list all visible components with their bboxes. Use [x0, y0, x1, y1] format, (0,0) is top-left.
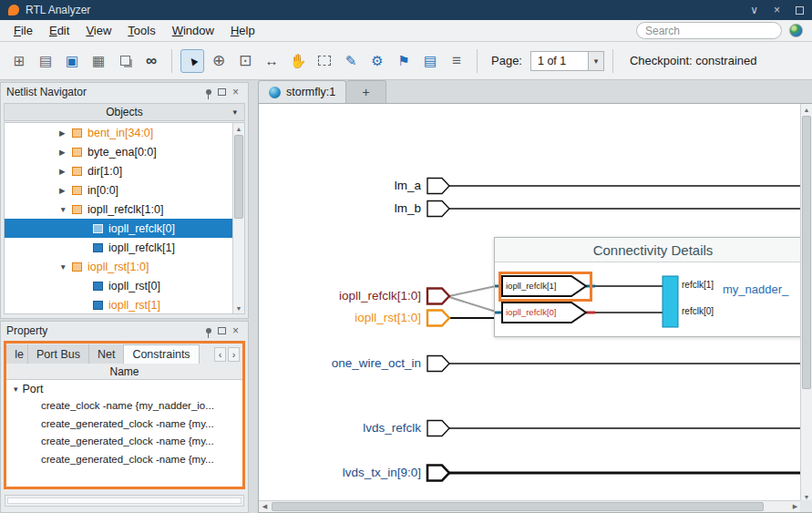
port-symbol-lvds-tx-in[interactable] — [427, 466, 449, 481]
port-symbol-lvds-refclk[interactable] — [427, 421, 449, 436]
scroll-down-icon[interactable]: ▼ — [233, 303, 244, 313]
export-image-icon[interactable]: ▤ — [34, 49, 57, 73]
instance-pin-block[interactable] — [663, 276, 678, 327]
expander-icon[interactable]: ▼ — [59, 262, 72, 272]
property-hscrollbar[interactable] — [5, 495, 244, 507]
constraint-row[interactable]: create_generated_clock -name {my... — [6, 416, 242, 434]
scrollbar-thumb[interactable] — [272, 502, 764, 511]
hierarchy-icon[interactable]: ≡ — [445, 49, 468, 73]
pin-icon[interactable] — [201, 86, 215, 99]
alerts-icon[interactable]: ⚑ — [392, 49, 416, 73]
tab-scroll-left-icon[interactable]: ‹ — [214, 347, 226, 362]
scroll-up-icon[interactable]: ▲ — [801, 104, 812, 115]
tree-item-in[interactable]: ▶ in[0:0] — [5, 180, 244, 200]
port-symbol-iopll-rst[interactable] — [427, 311, 449, 326]
rubber-band-icon[interactable] — [313, 49, 336, 73]
tree-item-iopll-refclk-0[interactable]: iopll_refclk[0] — [5, 219, 244, 238]
port-label-one-wire-oct-in[interactable]: one_wire_oct_in — [332, 355, 421, 372]
menu-file[interactable]: File — [5, 22, 41, 39]
group-caret-icon[interactable]: ▾ — [14, 385, 18, 394]
copy-icon[interactable] — [113, 49, 137, 73]
zoom-fit-icon[interactable]: ↔ — [260, 49, 283, 73]
tab-scroll-right-icon[interactable]: › — [228, 347, 240, 362]
pin-icon[interactable] — [201, 324, 215, 338]
expander-icon[interactable]: ▼ — [59, 205, 72, 214]
find-icon[interactable]: ∞ — [139, 49, 163, 73]
tab-net[interactable]: Net — [89, 344, 124, 364]
zoom-in-icon[interactable]: ⊕ — [207, 49, 231, 73]
close-icon[interactable]: × — [229, 324, 242, 338]
scroll-up-icon[interactable]: ▲ — [233, 123, 244, 134]
port-label-lm-a[interactable]: lm_a — [395, 178, 421, 194]
zoom-region-icon[interactable]: ⊡ — [233, 49, 257, 73]
port-symbol-iopll-refclk[interactable] — [427, 289, 449, 304]
new-tab-button[interactable]: + — [346, 80, 386, 103]
port-symbol-one-wire-oct-in[interactable] — [427, 356, 449, 372]
new-icon[interactable]: ⊞ — [7, 49, 31, 73]
port-symbol-lm-b[interactable] — [427, 201, 449, 217]
port-label-iopll-rst[interactable]: iopll_rst[1:0] — [355, 310, 421, 326]
wire-iopll-refclk-1 — [449, 286, 496, 296]
cursor-tool-icon[interactable]: ▲ — [180, 49, 204, 73]
tab-stormfly[interactable]: stormfly:1 — [258, 80, 346, 103]
pan-icon[interactable]: ✋ — [286, 49, 310, 73]
float-icon[interactable] — [215, 86, 229, 99]
tree-item-dir[interactable]: ▶ dir[1:0] — [5, 161, 244, 180]
page-combo-value[interactable]: 1 of 1 — [530, 51, 589, 71]
menu-tools[interactable]: Tools — [119, 22, 163, 39]
constraint-row[interactable]: create_generated_clock -name {my... — [6, 433, 242, 451]
image-capture-icon[interactable]: ▦ — [87, 49, 110, 73]
tab-constraints[interactable]: Constraints — [124, 344, 199, 364]
tree-scrollbar[interactable]: ▲ ▼ — [232, 123, 244, 313]
float-icon[interactable] — [215, 324, 229, 338]
tab-port-bus[interactable]: Port Bus — [28, 344, 89, 364]
expander-icon[interactable]: ▶ — [59, 167, 72, 176]
tree-item-iopll-rst-bus[interactable]: ▼ iopll_rst[1:0] — [5, 257, 244, 276]
scrollbar-thumb[interactable] — [802, 116, 811, 389]
page-combo[interactable]: 1 of 1 ▾ — [530, 51, 604, 71]
tree-item-iopll-rst-0[interactable]: iopll_rst[0] — [5, 276, 244, 295]
tree-item-iopll-refclk-bus[interactable]: ▼ iopll_refclk[1:0] — [5, 200, 244, 219]
menu-window[interactable]: Window — [164, 22, 222, 39]
expander-icon[interactable]: ▶ — [59, 128, 72, 138]
settings-gear-icon[interactable]: ⚙ — [365, 49, 389, 73]
port-label-lvds-tx-in[interactable]: lvds_tx_in[9:0] — [343, 465, 421, 481]
maximize-icon[interactable] — [796, 6, 804, 15]
tree-item-iopll-refclk-1[interactable]: iopll_refclk[1] — [5, 238, 244, 257]
constraint-row[interactable]: create_clock -name {my_nadder_io... — [6, 397, 242, 416]
minimize-icon[interactable]: ∨ — [750, 5, 758, 15]
tab-partial[interactable]: le — [6, 344, 28, 364]
port-symbol-lm-a[interactable] — [427, 179, 449, 194]
constraint-row[interactable]: create_generated_clock -name {my... — [6, 451, 242, 469]
close-icon[interactable]: × — [774, 5, 780, 15]
globe-icon[interactable] — [789, 24, 803, 37]
highlight-icon[interactable]: ✎ — [339, 49, 363, 73]
report-icon[interactable]: ▤ — [418, 49, 442, 73]
expander-icon[interactable]: ▶ — [59, 148, 72, 157]
expander-icon[interactable]: ▶ — [59, 186, 72, 195]
constraint-group-row[interactable]: ▾ Port — [6, 380, 242, 397]
instance-name-label[interactable]: my_nadder_ — [723, 282, 809, 296]
canvas-hscrollbar[interactable]: ◀ ▶ — [259, 500, 801, 512]
pin-label-refclk-1: refclk[1] — [682, 280, 714, 290]
tree-item-bent-in[interactable]: ▶ bent_in[34:0] — [5, 123, 244, 142]
objects-dropdown[interactable]: Objects ▾ — [4, 103, 245, 121]
tree-item-iopll-rst-1[interactable]: iopll_rst[1] — [5, 295, 244, 314]
scrollbar-thumb[interactable] — [7, 498, 242, 504]
scrollbar-thumb[interactable] — [234, 135, 243, 219]
menu-edit[interactable]: Edit — [41, 22, 77, 39]
port-label-lm-b[interactable]: lm_b — [395, 200, 421, 217]
select-region-icon[interactable]: ▣ — [60, 49, 84, 73]
port-label-lvds-refclk[interactable]: lvds_refclk — [363, 420, 421, 436]
menu-help[interactable]: Help — [222, 22, 263, 39]
scroll-left-icon[interactable]: ◀ — [259, 501, 271, 512]
canvas-vscrollbar[interactable]: ▲ ▼ — [800, 104, 812, 502]
port-label-iopll-refclk[interactable]: iopll_refclk[1:0] — [339, 288, 421, 304]
port-icon — [72, 148, 82, 157]
page-combo-caret-icon[interactable]: ▾ — [589, 51, 604, 71]
port-icon — [72, 205, 82, 214]
search-input[interactable] — [636, 22, 782, 39]
close-icon[interactable]: × — [229, 86, 242, 99]
tree-item-byte-ena[interactable]: ▶ byte_ena[0:0] — [5, 142, 244, 161]
menu-view[interactable]: View — [77, 22, 119, 39]
